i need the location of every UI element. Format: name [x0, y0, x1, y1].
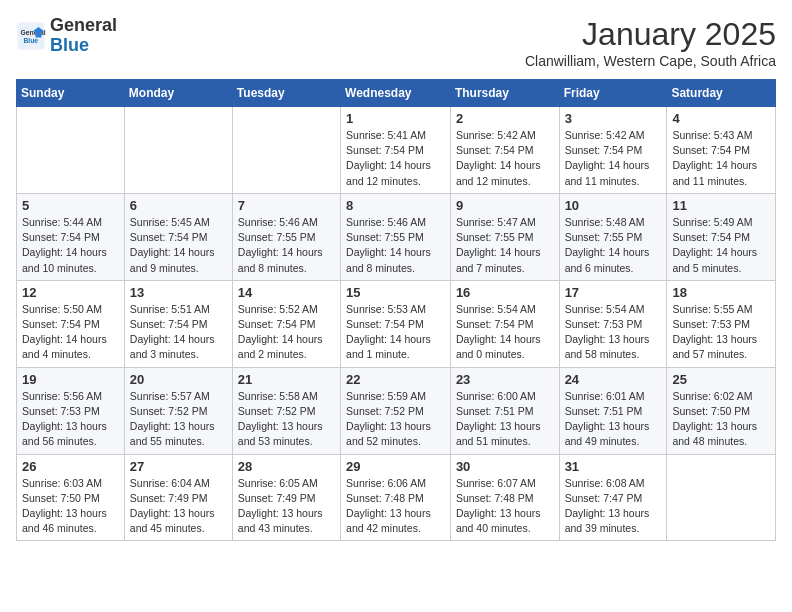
calendar-cell: 10Sunrise: 5:48 AM Sunset: 7:55 PM Dayli…	[559, 193, 667, 280]
calendar-cell: 24Sunrise: 6:01 AM Sunset: 7:51 PM Dayli…	[559, 367, 667, 454]
calendar-cell: 2Sunrise: 5:42 AM Sunset: 7:54 PM Daylig…	[450, 107, 559, 194]
week-row-1: 1Sunrise: 5:41 AM Sunset: 7:54 PM Daylig…	[17, 107, 776, 194]
day-number: 5	[22, 198, 119, 213]
day-info: Sunrise: 5:53 AM Sunset: 7:54 PM Dayligh…	[346, 302, 445, 363]
day-number: 24	[565, 372, 662, 387]
day-info: Sunrise: 6:03 AM Sunset: 7:50 PM Dayligh…	[22, 476, 119, 537]
day-number: 30	[456, 459, 554, 474]
day-number: 22	[346, 372, 445, 387]
calendar-cell: 29Sunrise: 6:06 AM Sunset: 7:48 PM Dayli…	[341, 454, 451, 541]
calendar-cell: 19Sunrise: 5:56 AM Sunset: 7:53 PM Dayli…	[17, 367, 125, 454]
calendar-cell: 26Sunrise: 6:03 AM Sunset: 7:50 PM Dayli…	[17, 454, 125, 541]
calendar-cell: 4Sunrise: 5:43 AM Sunset: 7:54 PM Daylig…	[667, 107, 776, 194]
logo-icon: General Blue	[16, 21, 46, 51]
day-number: 27	[130, 459, 227, 474]
day-info: Sunrise: 5:58 AM Sunset: 7:52 PM Dayligh…	[238, 389, 335, 450]
calendar-cell	[667, 454, 776, 541]
calendar-cell: 28Sunrise: 6:05 AM Sunset: 7:49 PM Dayli…	[232, 454, 340, 541]
page-header: General Blue General Blue January 2025 C…	[16, 16, 776, 69]
day-number: 14	[238, 285, 335, 300]
calendar-cell: 13Sunrise: 5:51 AM Sunset: 7:54 PM Dayli…	[124, 280, 232, 367]
week-row-2: 5Sunrise: 5:44 AM Sunset: 7:54 PM Daylig…	[17, 193, 776, 280]
logo-text: General Blue	[50, 16, 117, 56]
day-number: 26	[22, 459, 119, 474]
day-info: Sunrise: 5:45 AM Sunset: 7:54 PM Dayligh…	[130, 215, 227, 276]
day-number: 23	[456, 372, 554, 387]
day-info: Sunrise: 5:42 AM Sunset: 7:54 PM Dayligh…	[565, 128, 662, 189]
calendar-cell	[124, 107, 232, 194]
calendar-cell: 7Sunrise: 5:46 AM Sunset: 7:55 PM Daylig…	[232, 193, 340, 280]
day-number: 21	[238, 372, 335, 387]
day-info: Sunrise: 5:41 AM Sunset: 7:54 PM Dayligh…	[346, 128, 445, 189]
calendar-cell: 8Sunrise: 5:46 AM Sunset: 7:55 PM Daylig…	[341, 193, 451, 280]
month-title: January 2025	[525, 16, 776, 53]
day-info: Sunrise: 6:08 AM Sunset: 7:47 PM Dayligh…	[565, 476, 662, 537]
day-number: 16	[456, 285, 554, 300]
day-number: 3	[565, 111, 662, 126]
calendar-cell: 3Sunrise: 5:42 AM Sunset: 7:54 PM Daylig…	[559, 107, 667, 194]
day-number: 10	[565, 198, 662, 213]
day-info: Sunrise: 5:46 AM Sunset: 7:55 PM Dayligh…	[238, 215, 335, 276]
calendar-cell: 14Sunrise: 5:52 AM Sunset: 7:54 PM Dayli…	[232, 280, 340, 367]
day-number: 19	[22, 372, 119, 387]
calendar-cell	[232, 107, 340, 194]
calendar-cell: 18Sunrise: 5:55 AM Sunset: 7:53 PM Dayli…	[667, 280, 776, 367]
weekday-header-tuesday: Tuesday	[232, 80, 340, 107]
calendar-cell: 21Sunrise: 5:58 AM Sunset: 7:52 PM Dayli…	[232, 367, 340, 454]
day-info: Sunrise: 5:43 AM Sunset: 7:54 PM Dayligh…	[672, 128, 770, 189]
weekday-header-monday: Monday	[124, 80, 232, 107]
calendar-cell: 6Sunrise: 5:45 AM Sunset: 7:54 PM Daylig…	[124, 193, 232, 280]
day-number: 25	[672, 372, 770, 387]
day-number: 7	[238, 198, 335, 213]
day-number: 9	[456, 198, 554, 213]
calendar-cell: 15Sunrise: 5:53 AM Sunset: 7:54 PM Dayli…	[341, 280, 451, 367]
week-row-4: 19Sunrise: 5:56 AM Sunset: 7:53 PM Dayli…	[17, 367, 776, 454]
day-info: Sunrise: 6:02 AM Sunset: 7:50 PM Dayligh…	[672, 389, 770, 450]
day-number: 18	[672, 285, 770, 300]
calendar-cell: 31Sunrise: 6:08 AM Sunset: 7:47 PM Dayli…	[559, 454, 667, 541]
day-info: Sunrise: 5:56 AM Sunset: 7:53 PM Dayligh…	[22, 389, 119, 450]
day-number: 28	[238, 459, 335, 474]
calendar-cell: 23Sunrise: 6:00 AM Sunset: 7:51 PM Dayli…	[450, 367, 559, 454]
weekday-header-row: SundayMondayTuesdayWednesdayThursdayFrid…	[17, 80, 776, 107]
day-number: 4	[672, 111, 770, 126]
day-info: Sunrise: 6:00 AM Sunset: 7:51 PM Dayligh…	[456, 389, 554, 450]
day-number: 11	[672, 198, 770, 213]
calendar-cell	[17, 107, 125, 194]
calendar-cell: 25Sunrise: 6:02 AM Sunset: 7:50 PM Dayli…	[667, 367, 776, 454]
day-number: 6	[130, 198, 227, 213]
day-info: Sunrise: 5:57 AM Sunset: 7:52 PM Dayligh…	[130, 389, 227, 450]
day-number: 29	[346, 459, 445, 474]
calendar-cell: 1Sunrise: 5:41 AM Sunset: 7:54 PM Daylig…	[341, 107, 451, 194]
week-row-3: 12Sunrise: 5:50 AM Sunset: 7:54 PM Dayli…	[17, 280, 776, 367]
weekday-header-friday: Friday	[559, 80, 667, 107]
day-info: Sunrise: 5:55 AM Sunset: 7:53 PM Dayligh…	[672, 302, 770, 363]
location-subtitle: Clanwilliam, Western Cape, South Africa	[525, 53, 776, 69]
day-number: 15	[346, 285, 445, 300]
day-info: Sunrise: 5:48 AM Sunset: 7:55 PM Dayligh…	[565, 215, 662, 276]
calendar-cell: 17Sunrise: 5:54 AM Sunset: 7:53 PM Dayli…	[559, 280, 667, 367]
day-number: 1	[346, 111, 445, 126]
day-info: Sunrise: 6:07 AM Sunset: 7:48 PM Dayligh…	[456, 476, 554, 537]
day-info: Sunrise: 5:59 AM Sunset: 7:52 PM Dayligh…	[346, 389, 445, 450]
calendar-cell: 30Sunrise: 6:07 AM Sunset: 7:48 PM Dayli…	[450, 454, 559, 541]
calendar-cell: 16Sunrise: 5:54 AM Sunset: 7:54 PM Dayli…	[450, 280, 559, 367]
day-number: 12	[22, 285, 119, 300]
day-number: 8	[346, 198, 445, 213]
svg-text:Blue: Blue	[24, 37, 39, 44]
calendar-cell: 5Sunrise: 5:44 AM Sunset: 7:54 PM Daylig…	[17, 193, 125, 280]
weekday-header-sunday: Sunday	[17, 80, 125, 107]
day-info: Sunrise: 6:06 AM Sunset: 7:48 PM Dayligh…	[346, 476, 445, 537]
calendar-cell: 11Sunrise: 5:49 AM Sunset: 7:54 PM Dayli…	[667, 193, 776, 280]
calendar-cell: 12Sunrise: 5:50 AM Sunset: 7:54 PM Dayli…	[17, 280, 125, 367]
calendar-cell: 20Sunrise: 5:57 AM Sunset: 7:52 PM Dayli…	[124, 367, 232, 454]
calendar-cell: 9Sunrise: 5:47 AM Sunset: 7:55 PM Daylig…	[450, 193, 559, 280]
day-number: 31	[565, 459, 662, 474]
day-number: 17	[565, 285, 662, 300]
day-info: Sunrise: 5:47 AM Sunset: 7:55 PM Dayligh…	[456, 215, 554, 276]
logo: General Blue General Blue	[16, 16, 117, 56]
calendar-table: SundayMondayTuesdayWednesdayThursdayFrid…	[16, 79, 776, 541]
week-row-5: 26Sunrise: 6:03 AM Sunset: 7:50 PM Dayli…	[17, 454, 776, 541]
day-number: 13	[130, 285, 227, 300]
day-info: Sunrise: 5:50 AM Sunset: 7:54 PM Dayligh…	[22, 302, 119, 363]
